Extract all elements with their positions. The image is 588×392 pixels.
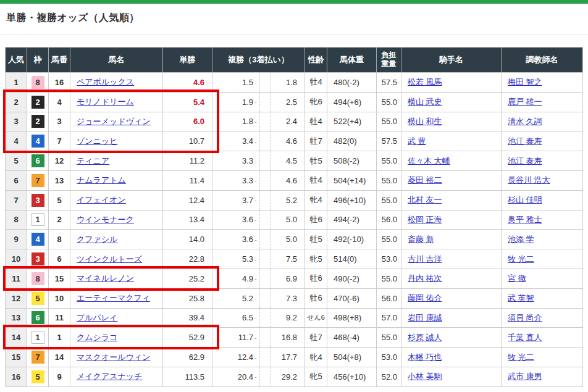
jockey-link[interactable]: 武 豊 [408,136,426,147]
place-odds-separator [259,249,271,269]
load-weight-cell: 57.5 [377,131,401,151]
place-odds-max: 16.8 [271,333,304,342]
horse-name-link[interactable]: モリノドリーム [77,96,134,107]
jockey-link[interactable]: 藤岡 佑介 [408,293,442,304]
title-divider [0,35,588,35]
trainer-cell: 池江 泰寿 [502,131,582,151]
jockey-link[interactable]: 古川 吉洋 [408,254,442,265]
place-odds-min: 3.4 [212,136,253,146]
place-odds-cell: 5.2-7.3 [212,289,305,308]
horse-name-link[interactable]: エーティーマクフィ [77,293,150,304]
place-odds-cell: 1.9-2.5 [212,93,305,112]
place-odds-max: 1.8 [271,78,304,87]
trainer-link[interactable]: 牧 光二 [508,352,534,363]
place-odds-max: 29.2 [271,372,304,382]
trainer-link[interactable]: 杉山 佳明 [508,194,542,206]
header-sex-age: 性齢 [305,48,327,72]
trainer-link[interactable]: 池江 泰寿 [508,156,542,167]
horse-name-link[interactable]: メイクアスナッチ [77,371,142,382]
jockey-link[interactable]: 小林 美駒 [408,371,442,382]
load-weight-cell: 55.0 [377,230,401,249]
win-odds-cell: 25.2 [163,269,212,288]
page-title: 単勝・複勝オッズ（人気順） [6,12,140,25]
trainer-link[interactable]: 武市 康男 [508,371,542,382]
place-odds-cell: 3.6-5.0 [212,211,305,230]
horse-name-link[interactable]: ナムラアトム [77,175,126,186]
place-odds-max: 2.4 [271,117,304,126]
frame-cell: 4 [27,230,49,249]
table-row: 7 3 5 イフェイオン 12.4 3.7-5.2 牝4 496(+10) 55… [6,190,582,210]
trainer-link[interactable]: 千葉 直人 [508,332,542,343]
jockey-link[interactable]: 斎藤 新 [408,234,434,245]
horse-name-cell: マスクオールウィン [70,348,163,367]
place-odds-separator [259,289,271,308]
horse-number-cell: 3 [49,112,70,131]
horse-name-link[interactable]: ティニア [77,156,109,167]
trainer-link[interactable]: 長谷川 浩大 [508,175,550,186]
trainer-link[interactable]: 清水 久詞 [508,116,542,127]
win-odds-cell: 52.9 [163,328,212,347]
trainer-cell: 牧 光二 [502,249,582,269]
horse-name-link[interactable]: マイネルレノン [77,273,134,284]
horse-name-cell: ティニア [70,151,163,170]
load-weight-cell: 55.0 [377,328,401,347]
horse-name-link[interactable]: クムシラコ [77,332,118,343]
jockey-link[interactable]: 木幡 巧也 [408,352,442,363]
popularity-cell: 1 [6,73,27,92]
trainer-link[interactable]: 牧 光二 [508,254,534,265]
horse-weight-cell: 490(-2) [327,269,377,288]
horse-name-cell: ジョーメッドヴィン [70,112,163,131]
frame-cell: 7 [27,171,49,190]
table-row: 10 3 6 ツインクルトーズ 22.8 5.3-7.5 牝5 514(0) 5… [6,249,582,269]
jockey-link[interactable]: 横山 武史 [408,96,442,107]
trainer-link[interactable]: 奥平 雅士 [508,214,542,225]
horse-name-link[interactable]: マスクオールウィン [77,352,150,363]
jockey-link[interactable]: 松岡 正海 [408,214,442,225]
jockey-link[interactable]: 岩田 康誠 [408,312,442,323]
place-odds-min: 12.4 [212,352,253,362]
jockey-link[interactable]: 北村 友一 [408,194,442,206]
horse-name-link[interactable]: ウインモナーク [77,214,134,225]
horse-name-link[interactable]: ジョーメッドヴィン [77,116,150,127]
place-odds-cell: 3.4-4.6 [212,131,305,151]
trainer-link[interactable]: 池添 学 [508,234,534,245]
horse-weight-cell: 480(-2) [327,73,377,92]
horse-name-link[interactable]: クファシル [77,234,118,245]
trainer-link[interactable]: 池江 泰寿 [508,136,542,147]
load-weight-cell: 56.0 [377,289,401,308]
horse-name-link[interactable]: イフェイオン [77,194,126,206]
trainer-link[interactable]: 武 英智 [508,293,534,304]
trainer-link[interactable]: 梅田 智之 [508,77,542,88]
place-odds-dash: - [253,373,257,380]
header-horse-name: 馬名 [70,48,163,72]
place-odds-cell: 3.3-4.6 [212,171,305,190]
horse-name-link[interactable]: ツインクルトーズ [77,254,142,265]
jockey-link[interactable]: 松若 風馬 [408,77,442,88]
place-odds-separator [259,328,271,347]
horse-number-cell: 5 [49,191,70,210]
jockey-link[interactable]: 横山 和生 [408,116,442,127]
header-frame: 枠 [27,48,49,72]
place-odds-min: 1.8 [212,117,253,126]
frame-badge: 4 [32,135,44,148]
trainer-link[interactable]: 宮 徹 [508,273,526,284]
jockey-link[interactable]: 佐々木 大輔 [408,156,450,167]
sex-age-cell: 牡6 [305,211,327,230]
load-weight-cell: 55.0 [377,112,401,131]
frame-cell: 8 [27,73,49,92]
horse-name-link[interactable]: ゾンニッヒ [77,136,118,147]
sex-age-cell: 牡7 [305,131,327,151]
horse-name-link[interactable]: プルパレイ [77,312,118,323]
trainer-cell: 武市 康男 [502,367,582,386]
trainer-link[interactable]: 鹿戸 雄一 [508,96,542,107]
place-odds-separator [259,230,271,249]
place-odds-dash: - [253,275,257,282]
trainer-link[interactable]: 須貝 尚介 [508,312,542,323]
jockey-link[interactable]: 杉原 誠人 [408,332,442,343]
horse-name-cell: エーティーマクフィ [70,289,163,308]
horse-weight-cell: 494(-2) [327,211,377,230]
jockey-link[interactable]: 丹内 祐次 [408,273,442,284]
sex-age-cell: 牡4 [305,171,327,190]
horse-name-link[interactable]: ペアポルックス [77,77,134,88]
jockey-link[interactable]: 菱田 裕二 [408,175,442,186]
